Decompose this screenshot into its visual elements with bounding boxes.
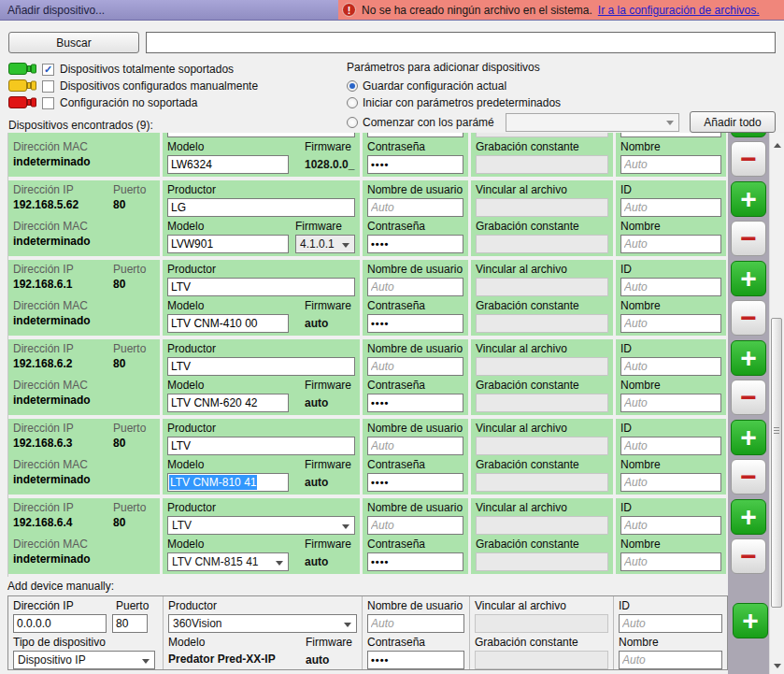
username-input[interactable] bbox=[367, 614, 464, 633]
archive-field bbox=[476, 278, 608, 296]
add-device-button[interactable]: + bbox=[731, 181, 766, 217]
producer-combo[interactable]: 360Vision bbox=[168, 614, 357, 633]
password-label: Contraseña bbox=[367, 538, 463, 551]
password-input[interactable] bbox=[367, 394, 463, 412]
name-input[interactable] bbox=[620, 473, 721, 492]
id-input[interactable] bbox=[620, 198, 721, 217]
password-input[interactable] bbox=[367, 155, 463, 174]
add-device-dialog: { "window": { "title": "Añadir dispositi… bbox=[0, 0, 784, 674]
password-input[interactable] bbox=[367, 552, 463, 571]
default-params-radio[interactable] bbox=[347, 97, 358, 108]
producer-input[interactable] bbox=[167, 278, 355, 296]
manual-port-input[interactable] bbox=[112, 614, 148, 633]
unsupported-checkbox[interactable] bbox=[42, 97, 54, 109]
remove-device-button[interactable]: − bbox=[731, 459, 766, 495]
producer-combo[interactable]: LTV bbox=[167, 516, 355, 535]
minus-icon: − bbox=[740, 143, 757, 174]
password-input[interactable] bbox=[367, 473, 463, 492]
name-label: Nombre bbox=[620, 300, 721, 312]
add-device-button[interactable]: + bbox=[731, 340, 766, 376]
model-input[interactable] bbox=[167, 155, 289, 174]
model-input[interactable]: LTV CNM-810 41 bbox=[167, 473, 289, 492]
warning-banner: ! No se ha creado ningún archivo en el s… bbox=[338, 0, 784, 20]
firmware-value: auto bbox=[305, 555, 355, 568]
option-template-params: Comenzar con los parámé Añadir todo bbox=[347, 111, 776, 133]
model-value: LTV CNM-815 41 bbox=[172, 555, 258, 568]
ip-label: Dirección IP bbox=[13, 184, 113, 196]
manual-add-label: Add device manually: bbox=[7, 580, 784, 593]
recording-field bbox=[476, 314, 608, 333]
name-input[interactable] bbox=[620, 314, 721, 333]
port-value: 80 bbox=[113, 197, 155, 213]
port-label: Puerto bbox=[113, 264, 155, 276]
name-input[interactable] bbox=[620, 394, 721, 412]
username-input[interactable] bbox=[367, 437, 463, 455]
remove-device-button[interactable]: − bbox=[731, 141, 766, 177]
plus-icon: + bbox=[740, 263, 757, 294]
add-device-button[interactable]: + bbox=[731, 133, 766, 137]
scroll-down-arrow[interactable] bbox=[770, 657, 784, 672]
add-device-button[interactable]: + bbox=[731, 499, 766, 535]
model-input[interactable] bbox=[167, 314, 289, 333]
producer-label: Productor bbox=[168, 600, 357, 612]
remove-device-button[interactable]: − bbox=[731, 221, 766, 256]
username-input[interactable] bbox=[367, 516, 463, 535]
name-input[interactable] bbox=[620, 235, 721, 253]
name-input[interactable] bbox=[620, 155, 721, 174]
vertical-scrollbar[interactable] bbox=[769, 133, 784, 674]
remove-device-button[interactable]: − bbox=[731, 538, 766, 574]
name-input[interactable] bbox=[620, 552, 721, 571]
model-input[interactable] bbox=[167, 235, 289, 253]
producer-input[interactable] bbox=[167, 133, 355, 137]
warning-icon: ! bbox=[342, 3, 356, 17]
mac-label: Dirección MAC bbox=[13, 141, 155, 153]
id-input[interactable] bbox=[620, 516, 721, 535]
username-input[interactable] bbox=[367, 133, 463, 137]
id-input[interactable] bbox=[620, 357, 721, 376]
model-label: Modelo bbox=[168, 637, 301, 649]
username-input[interactable] bbox=[367, 357, 463, 376]
template-params-radio[interactable] bbox=[347, 117, 358, 128]
mac-label: Dirección MAC bbox=[13, 459, 155, 471]
add-device-button[interactable]: + bbox=[733, 603, 768, 638]
recording-label: Grabación constante bbox=[476, 459, 608, 471]
search-input[interactable] bbox=[146, 32, 776, 53]
recording-field bbox=[476, 155, 608, 174]
remove-device-button[interactable]: − bbox=[731, 380, 766, 415]
model-input[interactable] bbox=[167, 394, 289, 412]
username-input[interactable] bbox=[367, 278, 463, 296]
supported-checkbox[interactable]: ✓ bbox=[42, 64, 54, 76]
password-input[interactable] bbox=[367, 235, 463, 253]
producer-input[interactable] bbox=[167, 437, 355, 455]
id-input[interactable] bbox=[619, 614, 722, 633]
password-input[interactable] bbox=[367, 314, 463, 333]
keep-config-radio[interactable] bbox=[347, 80, 358, 92]
manual-checkbox[interactable] bbox=[42, 80, 54, 93]
producer-input[interactable] bbox=[167, 357, 355, 376]
add-all-button[interactable]: Añadir todo bbox=[690, 111, 776, 133]
firmware-label: Firmware bbox=[305, 538, 355, 551]
password-label: Contraseña bbox=[367, 221, 463, 233]
id-input[interactable] bbox=[620, 278, 721, 296]
scroll-up-arrow[interactable] bbox=[770, 135, 784, 150]
id-input[interactable] bbox=[620, 437, 721, 455]
search-button[interactable]: Buscar bbox=[8, 32, 139, 53]
archive-label: Vincular al archivo bbox=[476, 184, 608, 196]
producer-input[interactable] bbox=[167, 198, 355, 217]
model-combo[interactable]: LTV CNM-815 41 bbox=[167, 552, 289, 571]
firmware-combo[interactable]: 4.1.0.1 bbox=[295, 235, 355, 253]
manual-ip-input[interactable] bbox=[13, 614, 107, 633]
device-row: Dirección IPPuerto 192.168.6.280 Direcci… bbox=[8, 339, 769, 415]
scrollbar-thumb[interactable] bbox=[771, 318, 782, 608]
name-input[interactable] bbox=[619, 651, 722, 669]
add-device-button[interactable]: + bbox=[731, 420, 766, 455]
remove-device-button[interactable]: − bbox=[731, 300, 766, 336]
device-type-combo[interactable]: Dispositivo IP bbox=[13, 651, 155, 669]
password-input[interactable] bbox=[367, 651, 464, 669]
template-combo[interactable] bbox=[506, 113, 679, 132]
firmware-value: auto bbox=[305, 396, 355, 409]
username-input[interactable] bbox=[367, 198, 463, 217]
add-device-button[interactable]: + bbox=[731, 261, 766, 296]
archive-settings-link[interactable]: Ir a la configuración de archivos. bbox=[598, 4, 760, 17]
id-input[interactable] bbox=[620, 133, 721, 137]
